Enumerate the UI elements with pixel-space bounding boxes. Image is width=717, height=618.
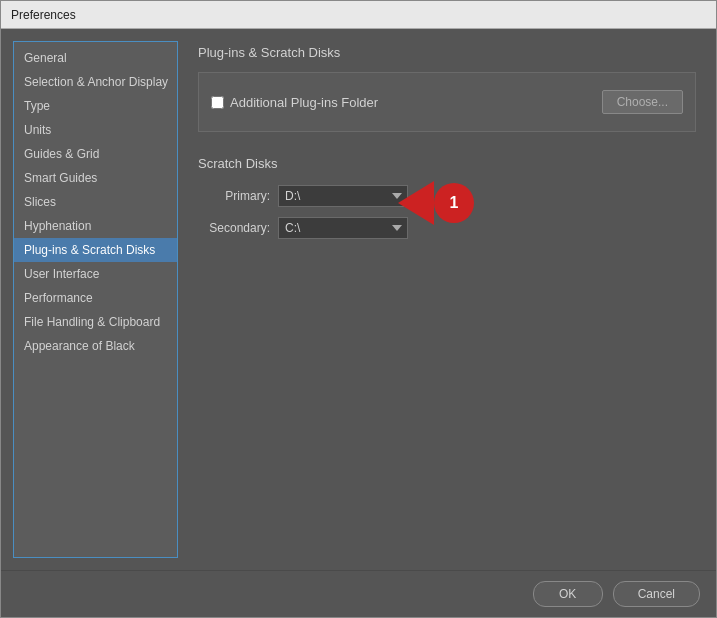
title-bar: Preferences	[1, 1, 716, 29]
sidebar-item-smart-guides[interactable]: Smart Guides	[14, 166, 177, 190]
ok-button[interactable]: OK	[533, 581, 603, 607]
scratch-section-title: Scratch Disks	[198, 156, 696, 171]
annotation-arrow: 1	[398, 181, 474, 225]
primary-label: Primary:	[198, 189, 278, 203]
sidebar-item-type[interactable]: Type	[14, 94, 177, 118]
plugin-section-title: Plug-ins & Scratch Disks	[198, 45, 696, 60]
dialog-title: Preferences	[11, 8, 76, 22]
secondary-select[interactable]: C:\ D:\ E:\	[278, 217, 408, 239]
sidebar-item-performance[interactable]: Performance	[14, 286, 177, 310]
sidebar-item-selection-anchor-display[interactable]: Selection & Anchor Display	[14, 70, 177, 94]
sidebar-item-slices[interactable]: Slices	[14, 190, 177, 214]
primary-select[interactable]: D:\ C:\ E:\	[278, 185, 408, 207]
arrow-pointer-icon	[398, 181, 434, 225]
sidebar: GeneralSelection & Anchor DisplayTypeUni…	[13, 41, 178, 558]
sidebar-item-file-handling-clipboard[interactable]: File Handling & Clipboard	[14, 310, 177, 334]
sidebar-item-general[interactable]: General	[14, 46, 177, 70]
additional-plugins-label: Additional Plug-ins Folder	[230, 95, 378, 110]
additional-plugins-row: Additional Plug-ins Folder	[211, 95, 378, 110]
cancel-button[interactable]: Cancel	[613, 581, 700, 607]
sidebar-item-hyphenation[interactable]: Hyphenation	[14, 214, 177, 238]
sidebar-item-guides-grid[interactable]: Guides & Grid	[14, 142, 177, 166]
sidebar-item-appearance-of-black[interactable]: Appearance of Black	[14, 334, 177, 358]
secondary-label: Secondary:	[198, 221, 278, 235]
additional-plugins-checkbox[interactable]	[211, 96, 224, 109]
choose-button[interactable]: Choose...	[602, 90, 683, 114]
plugin-box: Additional Plug-ins Folder Choose...	[198, 72, 696, 132]
sidebar-item-plug-ins-scratch-disks[interactable]: Plug-ins & Scratch Disks	[14, 238, 177, 262]
annotation-number: 1	[434, 183, 474, 223]
sidebar-item-user-interface[interactable]: User Interface	[14, 262, 177, 286]
footer: OK Cancel	[1, 570, 716, 617]
main-panel: Plug-ins & Scratch Disks Additional Plug…	[178, 29, 716, 570]
preferences-dialog: Preferences GeneralSelection & Anchor Di…	[0, 0, 717, 618]
sidebar-item-units[interactable]: Units	[14, 118, 177, 142]
